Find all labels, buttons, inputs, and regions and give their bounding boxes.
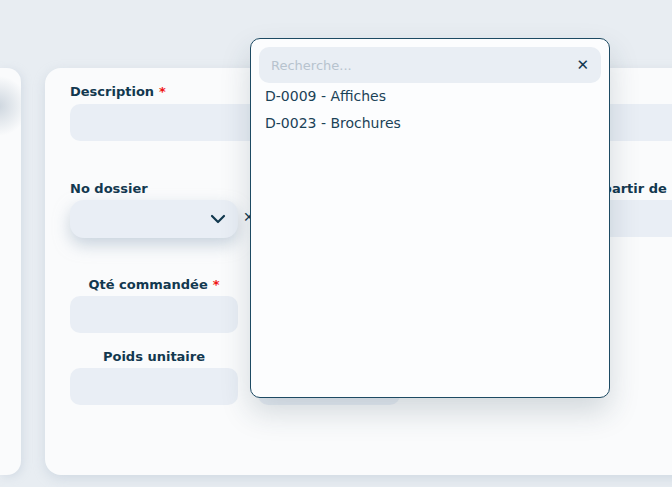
left-rail-panel <box>0 68 21 475</box>
poids-unitaire-label-text: Poids unitaire <box>103 349 205 364</box>
qte-commandee-label: Qté commandée* <box>70 277 238 292</box>
required-asterisk: * <box>159 84 166 99</box>
qte-commandee-label-text: Qté commandée <box>88 277 207 292</box>
chevron-down-icon <box>210 214 226 224</box>
no-dossier-label: No dossier <box>70 181 148 196</box>
no-dossier-label-text: No dossier <box>70 181 148 196</box>
popover-options-list: D-0009 - Affiches D-0023 - Brochures <box>251 83 609 137</box>
required-asterisk: * <box>213 277 220 292</box>
description-label-text: Description <box>70 84 154 99</box>
close-icon[interactable]: ✕ <box>568 58 589 73</box>
dossier-dropdown-popover: ✕ D-0009 - Affiches D-0023 - Brochures <box>250 38 610 398</box>
dropdown-option[interactable]: D-0023 - Brochures <box>251 110 609 137</box>
popover-search-box: ✕ <box>259 47 601 83</box>
page: { "form": { "required_mark": "*", "descr… <box>0 0 672 487</box>
poids-unitaire-input[interactable] <box>70 368 238 405</box>
qte-commandee-input[interactable] <box>70 296 238 333</box>
no-dossier-select[interactable] <box>70 200 238 238</box>
description-label: Description* <box>70 84 166 99</box>
popover-search-input[interactable] <box>271 58 568 73</box>
dropdown-option[interactable]: D-0009 - Affiches <box>251 83 609 110</box>
poids-unitaire-label: Poids unitaire <box>70 349 238 364</box>
